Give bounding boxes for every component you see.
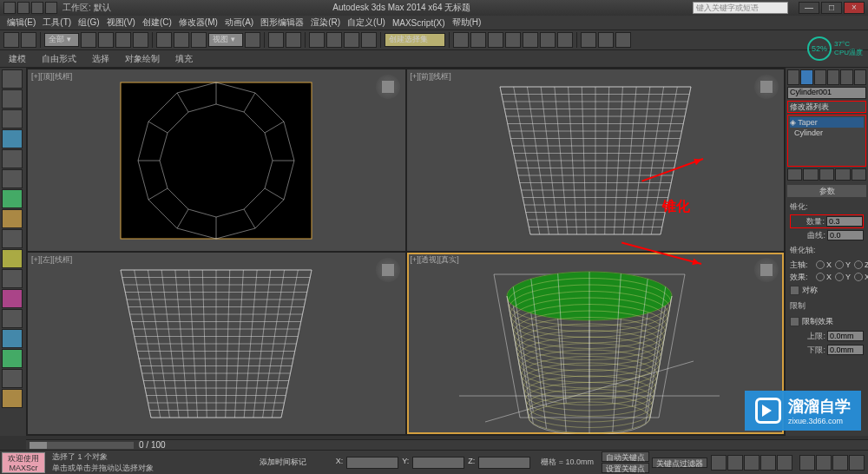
modifier-stack[interactable]: ◈ Taper Cylinder bbox=[787, 115, 866, 167]
tb-keyboard-icon[interactable] bbox=[286, 32, 301, 48]
tb-manipulate-icon[interactable] bbox=[268, 32, 284, 48]
menu-help[interactable]: 帮助(H) bbox=[449, 16, 485, 29]
tb-select-name-icon[interactable] bbox=[98, 32, 114, 48]
lt-btn-7[interactable] bbox=[2, 189, 23, 208]
symmetry-checkbox[interactable]: 对称 bbox=[790, 283, 864, 298]
coord-y-input[interactable] bbox=[412, 457, 464, 469]
lt-btn-2[interactable] bbox=[2, 89, 23, 109]
tb-spinner-snap-icon[interactable] bbox=[361, 32, 377, 48]
lt-btn-4[interactable] bbox=[2, 129, 23, 148]
lt-btn-15[interactable] bbox=[2, 349, 23, 368]
effect-x-radio[interactable]: X bbox=[816, 273, 832, 281]
menu-views[interactable]: 视图(V) bbox=[103, 16, 139, 29]
axis-x-radio[interactable]: X bbox=[816, 260, 832, 269]
menu-edit[interactable]: 编辑(E) bbox=[3, 16, 39, 29]
app-icon[interactable] bbox=[3, 2, 16, 14]
effect-xy-radio[interactable]: XY bbox=[854, 273, 868, 281]
tab-utilities-icon[interactable] bbox=[854, 69, 866, 85]
menu-modifiers[interactable]: 修改器(M) bbox=[175, 16, 221, 29]
viewcube-left[interactable] bbox=[376, 258, 400, 282]
axis-z-radio[interactable]: Z bbox=[854, 260, 868, 269]
coord-z-input[interactable] bbox=[478, 457, 530, 469]
stack-pin-icon[interactable] bbox=[787, 168, 802, 181]
lt-btn-1[interactable] bbox=[2, 69, 23, 89]
nav-max-icon[interactable] bbox=[849, 455, 865, 471]
ribbon-freeform[interactable]: 自由形式 bbox=[42, 53, 76, 65]
vp-label-persp[interactable]: [+][透视][真实] bbox=[411, 254, 459, 266]
tb-select-icon[interactable] bbox=[81, 32, 96, 48]
stack-remove-icon[interactable] bbox=[835, 168, 850, 181]
goto-start-icon[interactable] bbox=[711, 455, 727, 471]
viewport-top[interactable]: [+][顶][线框] bbox=[28, 69, 405, 251]
time-slider[interactable] bbox=[30, 442, 134, 449]
lt-btn-10[interactable] bbox=[2, 249, 23, 268]
key-filter-button[interactable]: 关键点过滤器 bbox=[652, 458, 707, 468]
tb-angle-snap-icon[interactable] bbox=[326, 32, 342, 48]
tab-hierarchy-icon[interactable] bbox=[814, 69, 826, 85]
ribbon-selection[interactable]: 选择 bbox=[92, 53, 109, 65]
modifier-list-dropdown[interactable]: 修改器列表 bbox=[787, 101, 866, 113]
effect-y-radio[interactable]: Y bbox=[835, 273, 851, 281]
lt-btn-6[interactable] bbox=[2, 169, 23, 188]
tb-snap-icon[interactable] bbox=[309, 32, 325, 48]
tb-window-cross-icon[interactable] bbox=[133, 32, 148, 48]
timeline[interactable]: 0 / 100 bbox=[26, 439, 868, 450]
viewport-left[interactable]: [+][左][线框] bbox=[28, 253, 405, 434]
menu-animation[interactable]: 动画(A) bbox=[221, 16, 257, 29]
tab-display-icon[interactable] bbox=[840, 69, 852, 85]
auto-key-button[interactable]: 自动关键点 bbox=[602, 451, 649, 462]
stack-unique-icon[interactable] bbox=[819, 168, 834, 181]
tb-scale-icon[interactable] bbox=[191, 32, 207, 48]
menu-customize[interactable]: 自定义(U) bbox=[344, 16, 389, 29]
tb-render-setup-icon[interactable] bbox=[581, 32, 596, 48]
viewcube-top[interactable] bbox=[376, 75, 400, 99]
stack-show-icon[interactable] bbox=[803, 168, 818, 181]
lt-btn-13[interactable] bbox=[2, 309, 23, 328]
curve-spinner[interactable]: 0.0 bbox=[827, 230, 864, 240]
object-name-field[interactable]: Cylinder001 bbox=[787, 87, 866, 99]
viewcube-front[interactable] bbox=[754, 75, 779, 99]
tab-motion-icon[interactable] bbox=[827, 69, 839, 85]
coord-x-input[interactable] bbox=[346, 457, 398, 469]
lt-btn-17[interactable] bbox=[2, 389, 23, 408]
maxscript-listener[interactable]: 欢迎使用 MAXScr bbox=[2, 452, 45, 473]
lt-btn-3[interactable] bbox=[2, 109, 23, 128]
prev-frame-icon[interactable] bbox=[727, 455, 743, 471]
stack-config-icon[interactable] bbox=[852, 168, 866, 181]
viewport-perspective[interactable]: [+][透视][真实] bbox=[407, 253, 785, 434]
menu-render[interactable]: 渲染(R) bbox=[307, 16, 344, 29]
workspace-label[interactable]: 工作区: 默认 bbox=[62, 2, 111, 14]
lt-btn-12[interactable] bbox=[2, 289, 23, 308]
lower-spinner[interactable]: 0.0mm bbox=[827, 345, 864, 355]
vp-label-left[interactable]: [+][左][线框] bbox=[31, 254, 72, 266]
tab-modify-icon[interactable] bbox=[800, 69, 812, 85]
nav-pan-icon[interactable] bbox=[799, 455, 815, 471]
tab-create-icon[interactable] bbox=[787, 69, 799, 85]
menu-create[interactable]: 创建(C) bbox=[139, 16, 175, 29]
play-icon[interactable] bbox=[744, 455, 760, 471]
lt-btn-5[interactable] bbox=[2, 149, 23, 168]
next-frame-icon[interactable] bbox=[760, 455, 776, 471]
tb-move-icon[interactable] bbox=[156, 32, 172, 48]
lt-btn-8[interactable] bbox=[2, 209, 23, 228]
viewport-front[interactable]: [+][前][线框] bbox=[407, 69, 785, 251]
help-search-input[interactable]: 键入关键字或短语 bbox=[693, 2, 788, 14]
modifier-taper[interactable]: ◈ Taper bbox=[790, 117, 864, 128]
modifier-cylinder[interactable]: Cylinder bbox=[790, 128, 864, 138]
amount-spinner[interactable]: 0.3 bbox=[826, 216, 863, 227]
tb-render-icon[interactable] bbox=[615, 32, 631, 48]
lt-btn-11[interactable] bbox=[2, 269, 23, 288]
tb-redo-icon[interactable] bbox=[21, 32, 36, 48]
rollup-params-hdr[interactable]: 参数 bbox=[787, 185, 866, 197]
tb-mirror-icon[interactable] bbox=[453, 32, 469, 48]
tb-selection-drop[interactable]: 全部 ▾ bbox=[44, 33, 79, 47]
tb-rotate-icon[interactable] bbox=[174, 32, 189, 48]
tb-align-icon[interactable] bbox=[470, 32, 486, 48]
tb-undo-icon[interactable] bbox=[3, 32, 19, 48]
lt-btn-9[interactable] bbox=[2, 229, 23, 248]
vp-label-top[interactable]: [+][顶][线框] bbox=[31, 71, 72, 82]
qat-save-icon[interactable] bbox=[17, 2, 30, 14]
close-button[interactable]: × bbox=[844, 2, 865, 14]
nav-zoom-icon[interactable] bbox=[816, 455, 832, 471]
tb-refcoord-drop[interactable]: 视图 ▾ bbox=[208, 33, 243, 47]
